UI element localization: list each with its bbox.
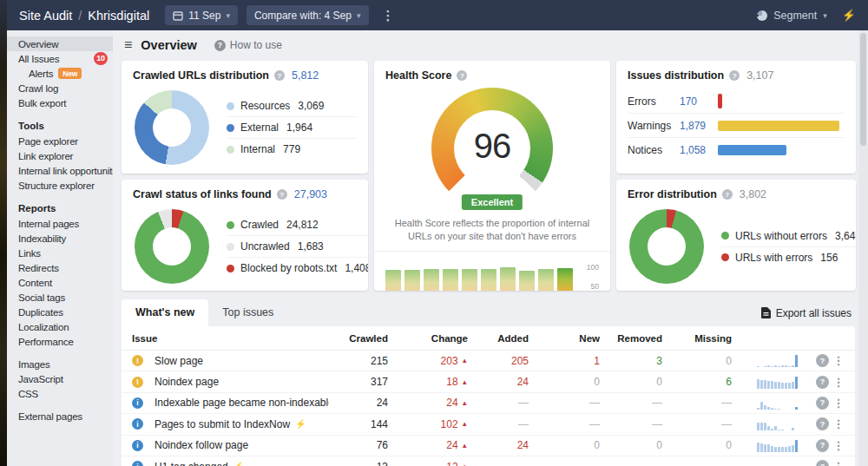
issue-name-cell: H1 tag changed⚡ (155, 461, 329, 466)
column-header-issue: Issue (132, 333, 329, 344)
hamburger-menu-icon[interactable]: ≡ (124, 38, 132, 52)
sidebar-item-overview[interactable]: Overview (7, 36, 113, 51)
sidebar-item-duplicates[interactable]: Duplicates (7, 305, 113, 319)
tab-whats-new[interactable]: What's new (122, 299, 208, 326)
issue-name-link[interactable]: Noindex page (155, 376, 219, 388)
date-picker-button[interactable]: 11 Sep ▾ (165, 5, 238, 25)
spark-bar (785, 383, 787, 389)
change-value: 12 (446, 461, 457, 466)
sidebar-item-content[interactable]: Content (7, 275, 113, 290)
warning-icon: ! (132, 377, 143, 388)
help-icon[interactable]: ? (816, 397, 829, 410)
missing-cell: 6 (662, 376, 732, 388)
issue-name-link[interactable]: Indexable page became non-indexable (155, 397, 329, 409)
issues-bar-value[interactable]: 1,879 (680, 120, 718, 132)
sidebar-item-all-issues[interactable]: All Issues10 (7, 51, 113, 66)
info-icon[interactable]: ? (722, 189, 733, 200)
row-kebab-menu-icon[interactable]: ⋮ (829, 376, 848, 389)
sidebar-item-structure-explorer[interactable]: Structure explorer (7, 178, 113, 193)
scrollbar[interactable] (858, 30, 868, 466)
sidebar-item-page-explorer[interactable]: Page explorer (7, 134, 113, 148)
sidebar-item-crawl-log[interactable]: Crawl log (7, 81, 113, 95)
how-to-use-link[interactable]: ? How to use (214, 39, 282, 51)
segment-dropdown[interactable]: Segment (773, 10, 817, 22)
navbar-right: Segment ▾ ⚡ (757, 9, 856, 22)
removed-cell: — (600, 397, 662, 409)
sidebar-item-social-tags[interactable]: Social tags (7, 290, 113, 305)
project-name[interactable]: Khrisdigital (88, 9, 149, 23)
missing-cell: — (662, 461, 732, 466)
sidebar-item-indexability[interactable]: Indexability (7, 231, 113, 246)
info-icon: i (132, 461, 143, 466)
sidebar-item-performance[interactable]: Performance (7, 334, 113, 349)
spark-bar (767, 426, 770, 430)
table-row: iPages to submit to IndexNow⚡144102▲————… (122, 413, 855, 434)
spark-bar (781, 383, 784, 389)
added-cell: — (468, 397, 529, 409)
total-link[interactable]: 5,812 (292, 69, 319, 82)
spark-bar (757, 443, 760, 452)
column-header-change: Change (388, 333, 468, 344)
health-score-history-chart: 100500 10 Jul17 Jul31 Jul14 Aug28 Aug11 … (385, 259, 599, 291)
issue-name-link[interactable]: Noindex follow page (155, 439, 248, 451)
sidebar-item-external-pages[interactable]: External pages (7, 409, 113, 423)
crawled-cell: 76 (329, 439, 388, 451)
total-link[interactable]: 27,903 (294, 188, 327, 200)
sidebar-item-internal-link-opportunities[interactable]: Internal link opportunities (7, 163, 113, 178)
issues-distribution-card: Issues distribution ? 3,107 Errors170War… (616, 61, 856, 174)
row-kebab-menu-icon[interactable]: ⋮ (829, 354, 848, 367)
sidebar-item-link-explorer[interactable]: Link explorer (7, 148, 113, 163)
crawled-cell: 144 (329, 418, 388, 430)
card-body: Resources3,069External1,964Internal779 (133, 90, 357, 165)
sidebar-item-localization[interactable]: Localization (7, 319, 113, 334)
help-cell: ? (798, 397, 829, 410)
sidebar-item-label: Overview (18, 39, 58, 49)
compare-button[interactable]: Compare with: 4 Sep ▾ (247, 5, 369, 25)
sidebar-item-alerts[interactable]: AlertsNew (7, 66, 113, 81)
info-icon[interactable]: ? (729, 70, 740, 81)
legend-dot (227, 265, 234, 272)
issue-name-cell: Pages to submit to IndexNow⚡ (155, 418, 329, 430)
help-icon[interactable]: ? (816, 417, 829, 430)
sidebar-item-redirects[interactable]: Redirects (7, 260, 113, 275)
sidebar-item-bulk-export[interactable]: Bulk export (7, 95, 113, 110)
row-kebab-menu-icon[interactable]: ⋮ (829, 439, 848, 452)
sidebar-item-css[interactable]: CSS (7, 386, 113, 401)
sidebar-item-links[interactable]: Links (7, 246, 113, 260)
health-score-gauge: 96 Excellent (427, 88, 557, 210)
legend-dot (227, 102, 234, 110)
issue-name-link[interactable]: Slow page (155, 355, 203, 367)
help-icon[interactable]: ? (816, 354, 829, 367)
issue-name-link[interactable]: Pages to submit to IndexNow (155, 418, 290, 430)
sidebar-item-internal-pages[interactable]: Internal pages (7, 216, 113, 231)
overview-header: ≡ Overview ? How to use (113, 30, 858, 58)
info-icon[interactable]: ? (457, 70, 467, 81)
breadcrumb: Site Audit / Khrisdigital (19, 9, 149, 23)
info-icon[interactable]: ? (274, 70, 285, 81)
sidebar-item-javascript[interactable]: JavaScript (7, 371, 113, 386)
legend-dot (227, 221, 234, 229)
row-kebab-menu-icon[interactable]: ⋮ (829, 397, 848, 410)
kebab-menu-icon[interactable]: ⋮ (378, 8, 399, 23)
export-all-issues-button[interactable]: Export all issues (761, 307, 855, 319)
table-header: IssueCrawledChangeAddedNewRemovedMissing (122, 326, 855, 351)
health-score-value: 96 (427, 127, 557, 166)
scrollbar-thumb[interactable] (860, 33, 866, 146)
new-cell: 0 (529, 439, 600, 451)
issues-bar-value[interactable]: 170 (680, 95, 718, 108)
issues-bar-value[interactable]: 1,058 (680, 144, 718, 156)
help-icon[interactable]: ? (816, 460, 829, 466)
issue-name-link[interactable]: H1 tag changed (155, 461, 228, 466)
row-kebab-menu-icon[interactable]: ⋮ (829, 460, 848, 466)
info-icon[interactable]: ? (277, 189, 287, 200)
change-value: 18 (446, 376, 457, 388)
date-label: 11 Sep (188, 10, 220, 22)
legend-label: URLs with errors (735, 252, 812, 264)
row-kebab-menu-icon[interactable]: ⋮ (829, 417, 848, 430)
lightning-icon[interactable]: ⚡ (842, 9, 856, 22)
sidebar-item-images[interactable]: Images (7, 357, 113, 371)
tab-top-issues[interactable]: Top issues (208, 299, 287, 326)
help-icon[interactable]: ? (816, 439, 829, 452)
crawled-urls-donut-chart (135, 90, 209, 165)
help-icon[interactable]: ? (816, 376, 829, 389)
